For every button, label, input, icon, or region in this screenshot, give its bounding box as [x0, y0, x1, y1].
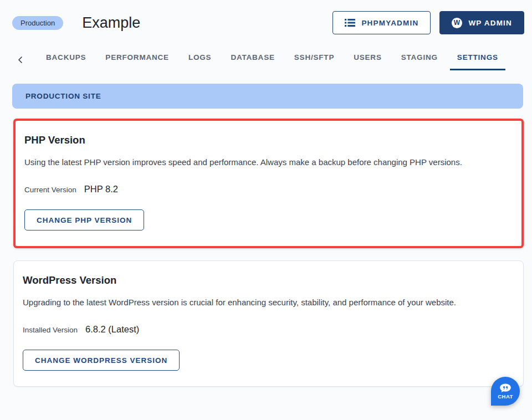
- change-wordpress-version-button[interactable]: CHANGE WORDPRESS VERSION: [23, 350, 180, 371]
- php-current-version-row: Current Version PHP 8.2: [24, 184, 513, 194]
- php-version-label: Current Version: [24, 186, 76, 194]
- tab-bar: BACKUPSPERFORMANCELOGSDATABASESSH/SFTPUS…: [17, 48, 532, 70]
- site-identity: Production Example: [12, 14, 140, 32]
- wordpress-icon: W: [452, 18, 462, 28]
- wordpress-version-label: Installed Version: [23, 326, 78, 334]
- tab-staging[interactable]: STAGING: [394, 48, 445, 70]
- page-title: Example: [82, 14, 140, 32]
- wp-admin-button[interactable]: W WP ADMIN: [439, 11, 524, 34]
- tab-ssh-sftp[interactable]: SSH/SFTP: [287, 48, 341, 70]
- tab-backups[interactable]: BACKUPS: [39, 48, 93, 70]
- tab-database[interactable]: DATABASE: [223, 48, 282, 70]
- chevron-left-icon[interactable]: [17, 56, 24, 64]
- environment-badge: Production: [12, 16, 63, 30]
- wp-admin-button-label: WP ADMIN: [468, 19, 512, 27]
- php-card-title: PHP Version: [24, 134, 513, 146]
- wordpress-card-description: Upgrading to the latest WordPress versio…: [23, 296, 493, 309]
- php-version-value: PHP 8.2: [84, 184, 118, 194]
- tab-bar-items: BACKUPSPERFORMANCELOGSDATABASESSH/SFTPUS…: [39, 48, 510, 70]
- chat-label: CHAT: [498, 393, 513, 399]
- chat-launcher-button[interactable]: CHAT: [491, 377, 520, 406]
- change-php-version-button[interactable]: CHANGE PHP VERSION: [24, 209, 144, 231]
- site-header: Production Example PHPMYADMIN W WP ADMIN: [0, 0, 532, 34]
- production-site-banner: PRODUCTION SITE: [12, 84, 523, 109]
- header-actions: PHPMYADMIN W WP ADMIN: [332, 11, 524, 34]
- tab-performance[interactable]: PERFORMANCE: [98, 48, 176, 70]
- phpmyadmin-button[interactable]: PHPMYADMIN: [332, 11, 431, 34]
- php-version-card: PHP Version Using the latest PHP version…: [13, 119, 524, 248]
- tab-logs[interactable]: LOGS: [181, 48, 218, 70]
- wordpress-version-value: 6.8.2 (Latest): [85, 324, 139, 335]
- php-card-description: Using the latest PHP version improves sp…: [24, 156, 494, 169]
- tab-users[interactable]: USERS: [346, 48, 389, 70]
- wordpress-card-title: WordPress Version: [23, 274, 514, 286]
- tab-settings[interactable]: SETTINGS: [450, 48, 505, 70]
- phpmyadmin-button-label: PHPMYADMIN: [361, 19, 418, 27]
- chat-bubble-icon: [499, 383, 511, 393]
- wordpress-version-card: WordPress Version Upgrading to the lates…: [13, 260, 524, 387]
- wordpress-installed-version-row: Installed Version 6.8.2 (Latest): [23, 324, 514, 335]
- database-server-icon: [345, 18, 355, 27]
